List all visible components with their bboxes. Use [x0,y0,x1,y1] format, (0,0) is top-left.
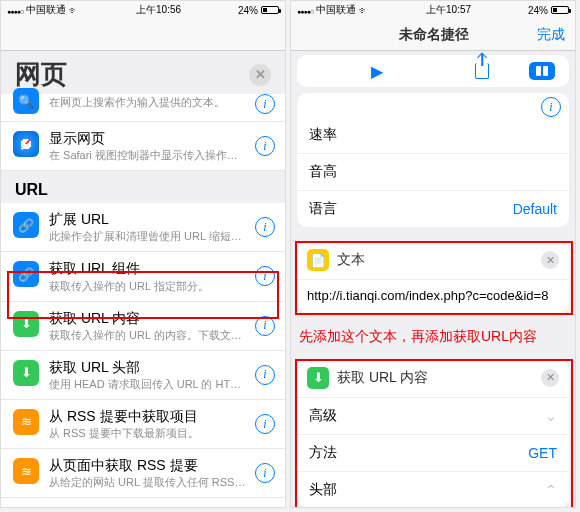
list-item[interactable]: ≋ 从 RSS 提要中获取项目 从 RSS 提要中下载最新项目。 i [1,400,285,449]
action-card-get-url[interactable]: ⬇ 获取 URL 内容 ✕ 高级 ⌄ 方法 GET 头部 ⌃ [297,359,569,507]
row-pitch[interactable]: 音高 [297,154,569,191]
status-bar: 中国联通 ᯤ 上午10:56 24% [1,1,285,19]
list-item-get-url-contents[interactable]: ⬇ 获取 URL 内容 获取传入操作的 URL 的内容。下载文件和网页内容… i [1,302,285,351]
battery-percent: 24% [238,5,258,16]
status-bar: 中国联通 ᯤ 上午10:57 24% [291,1,575,19]
safari-icon [13,131,39,157]
wifi-icon: ᯤ [359,5,369,16]
shortcut-canvas[interactable]: ▶ i 速率 音高 语言 Default 📄 [291,51,575,507]
status-time: 上午10:56 [136,3,181,17]
nav-bar: 未命名捷径 完成 [1,19,285,51]
actions-list[interactable]: 网页 ✕ 🔍 搜索网页 在网页上搜索作为输入提供的文本。 i 显示网页 在 Sa… [1,51,285,507]
download-icon: ⬇ [13,360,39,386]
wifi-icon: ᯤ [69,5,79,16]
carrier: 中国联通 [316,3,356,17]
action-card-speak[interactable]: i 速率 音高 语言 Default [297,93,569,227]
list-item[interactable]: 🔗 从输入中获取 URL 返回从上一个操作的输出中找到的任何链接。 i [1,498,285,507]
phone-right: 中国联通 ᯤ 上午10:57 24% 未命名捷径 完成 ▶ i 速率 [290,0,576,508]
close-icon[interactable]: ✕ [541,251,559,269]
phone-left: 中国联通 ᯤ 上午10:56 24% 未命名捷径 完成 网页 ✕ 🔍 搜索网页 … [0,0,286,508]
card-title: 获取 URL 内容 [337,369,428,387]
text-icon: 📄 [307,249,329,271]
list-item[interactable]: 🔗 扩展 URL 此操作会扩展和清理曾使用 URL 缩短服务（如 Tin… i [1,203,285,252]
toolbar: ▶ [297,55,569,87]
text-field[interactable]: http://i.tianqi.com/index.php?c=code&id=… [297,280,569,313]
info-icon[interactable]: i [541,97,561,117]
action-card-text[interactable]: 📄 文本 ✕ http://i.tianqi.com/index.php?c=c… [297,241,569,313]
info-icon[interactable]: i [255,414,275,434]
list-item[interactable]: ≋ 从页面中获取 RSS 提要 从给定的网站 URL 提取传入任何 RSS 提要… [1,449,285,498]
settings-toggle-icon[interactable] [529,62,555,80]
share-icon[interactable] [475,63,489,79]
row-rate[interactable]: 速率 [297,117,569,154]
info-icon[interactable]: i [255,316,275,336]
status-time: 上午10:57 [426,3,471,17]
rss-icon: ≋ [13,458,39,484]
link-icon: 🔗 [13,212,39,238]
page-title: 网页 ✕ [1,51,285,94]
link-icon: 🔗 [13,261,39,287]
row-advanced[interactable]: 高级 ⌄ [297,398,569,435]
download-icon: ⬇ [13,311,39,337]
signal-icon [7,5,23,16]
info-icon[interactable]: i [255,94,275,114]
play-button[interactable]: ▶ [371,62,383,81]
list-item[interactable]: 🔗 获取 URL 组件 获取传入操作的 URL 指定部分。 i [1,252,285,301]
close-icon[interactable]: ✕ [541,369,559,387]
nav-bar: 未命名捷径 完成 [291,19,575,51]
carrier: 中国联通 [26,3,66,17]
list-item[interactable]: ⬇ 获取 URL 头部 使用 HEAD 请求取回传入 URL 的 HTTP 头部… [1,351,285,400]
search-icon: 🔍 [13,88,39,114]
list-item[interactable]: 显示网页 在 Safari 视图控制器中显示传入操作的网页 URL。 i [1,122,285,171]
signal-icon [297,5,313,16]
download-icon: ⬇ [307,367,329,389]
info-icon[interactable]: i [255,463,275,483]
info-icon[interactable]: i [255,136,275,156]
annotation-text: 先添加这个文本，再添加获取URL内容 [297,313,569,353]
section-header-url: URL [1,171,285,203]
close-icon[interactable]: ✕ [249,64,271,86]
battery-icon [261,6,279,14]
info-icon[interactable]: i [255,266,275,286]
list-item[interactable]: 🔍 搜索网页 在网页上搜索作为输入提供的文本。 i [1,94,285,122]
nav-title: 未命名捷径 [331,26,537,44]
row-headers[interactable]: 头部 ⌃ [297,472,569,507]
info-icon[interactable]: i [255,365,275,385]
info-icon[interactable]: i [255,217,275,237]
rss-icon: ≋ [13,409,39,435]
card-title: 文本 [337,251,365,269]
done-button[interactable]: 完成 [537,26,565,44]
row-method[interactable]: 方法 GET [297,435,569,472]
battery-percent: 24% [528,5,548,16]
battery-icon [551,6,569,14]
chevron-up-icon: ⌃ [545,482,557,498]
row-language[interactable]: 语言 Default [297,191,569,227]
chevron-down-icon: ⌄ [545,408,557,424]
